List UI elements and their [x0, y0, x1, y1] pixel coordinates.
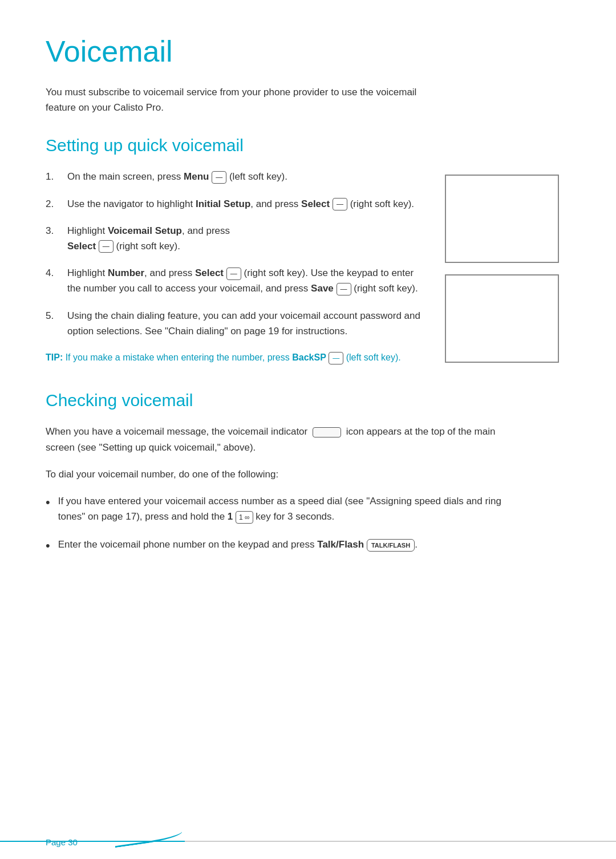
- step-2-text: Use the navigator to highlight Initial S…: [67, 196, 428, 212]
- step-4-text: Highlight Number, and press Select — (ri…: [67, 265, 428, 296]
- step-1-text: On the main screen, press Menu — (left s…: [67, 169, 428, 184]
- setup-steps-list: On the main screen, press Menu — (left s…: [46, 169, 428, 339]
- one-key-icon: 1 ∞: [236, 511, 253, 524]
- setup-content-area: On the main screen, press Menu — (left s…: [46, 169, 570, 385]
- voicemail-indicator-icon: [313, 427, 341, 437]
- step-2: Use the navigator to highlight Initial S…: [46, 196, 428, 212]
- tip-end-text: (left soft key).: [346, 352, 401, 362]
- menu-key-icon: —: [212, 171, 226, 184]
- step-5: Using the chain dialing feature, you can…: [46, 308, 428, 339]
- tip-label: TIP:: [46, 352, 63, 362]
- step-3-text: Highlight Voicemail Setup, and press Sel…: [67, 223, 428, 254]
- bullet-2: Enter the voicemail phone number on the …: [46, 537, 513, 556]
- step-4-select-label: Select: [195, 268, 224, 278]
- section-heading-checking: Checking voicemail: [46, 391, 570, 410]
- intro-paragraph: You must subscribe to voicemail service …: [46, 84, 433, 115]
- step-3: Highlight Voicemail Setup, and press Sel…: [46, 223, 428, 254]
- bullet-2-text: Enter the voicemail phone number on the …: [58, 537, 418, 552]
- page-footer: Page 30: [0, 825, 616, 859]
- bullet-2-talkflash: Talk/Flash: [317, 539, 364, 550]
- step-4-save-label: Save: [311, 283, 334, 294]
- backsp-key-icon: —: [329, 352, 343, 364]
- step-2-initial-setup: Initial Setup: [196, 198, 250, 209]
- select-key-icon-4: —: [226, 268, 241, 280]
- footer-swoosh: [114, 827, 183, 848]
- select-key-icon-3: —: [99, 240, 114, 253]
- select-key-icon-2: —: [333, 198, 347, 210]
- checking-section: Checking voicemail When you have a voice…: [46, 391, 570, 556]
- page-number: Page 30: [46, 837, 78, 847]
- step-2-select-label: Select: [301, 198, 330, 209]
- footer-line: [0, 841, 616, 842]
- steps-column: On the main screen, press Menu — (left s…: [46, 169, 428, 385]
- tip-block: TIP: If you make a mistake when entering…: [46, 350, 422, 365]
- save-key-icon: —: [337, 283, 351, 295]
- page-title: Voicemail: [46, 34, 570, 68]
- step-1-menu-label: Menu: [184, 171, 209, 182]
- checking-intro-1: When you have a voicemail message, the v…: [46, 424, 513, 455]
- images-column: [445, 169, 570, 385]
- checking-intro-2: To dial your voicemail number, do one of…: [46, 467, 513, 482]
- step-1: On the main screen, press Menu — (left s…: [46, 169, 428, 184]
- bullet-1-text: If you have entered your voicemail acces…: [58, 493, 513, 524]
- bullet-1: If you have entered your voicemail acces…: [46, 493, 513, 524]
- step-5-text: Using the chain dialing feature, you can…: [67, 308, 428, 339]
- device-image-1: [445, 175, 559, 263]
- device-image-2: [445, 274, 559, 363]
- tip-backsp-label: BackSP: [292, 352, 326, 362]
- step-3-select-label: Select: [67, 241, 96, 252]
- talkflash-key-icon: TALK/FLASH: [367, 539, 415, 552]
- bullet-1-num: 1: [228, 511, 233, 522]
- checking-bullets-list: If you have entered your voicemail acces…: [46, 493, 513, 556]
- step-4-number: Number: [108, 268, 144, 278]
- step-3-voicemail-setup: Voicemail Setup: [108, 225, 182, 236]
- step-4: Highlight Number, and press Select — (ri…: [46, 265, 428, 296]
- tip-text: If you make a mistake when entering the …: [66, 352, 293, 362]
- section-heading-setup: Setting up quick voicemail: [46, 136, 570, 155]
